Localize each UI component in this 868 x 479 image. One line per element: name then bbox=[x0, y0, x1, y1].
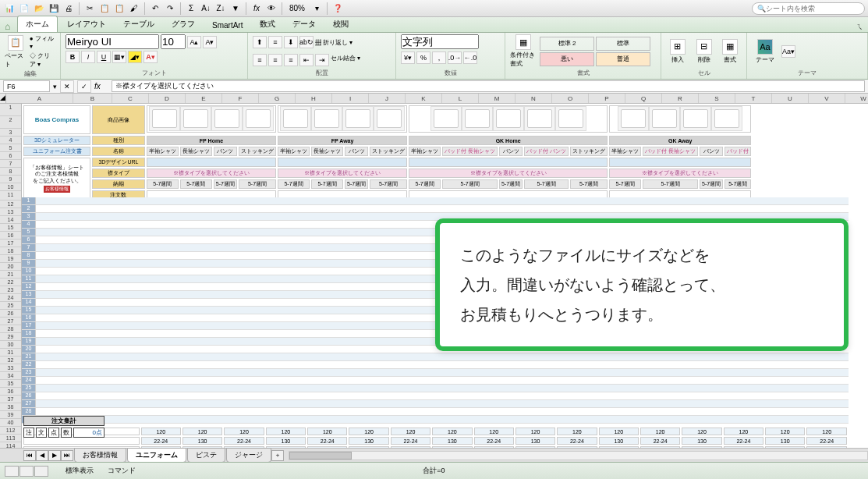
row-header[interactable]: 35 bbox=[0, 380, 21, 388]
row-header[interactable]: 36 bbox=[0, 388, 21, 396]
row-header[interactable]: 4 bbox=[0, 137, 21, 144]
select-all-corner[interactable]: ◢ bbox=[0, 94, 6, 103]
row-header[interactable]: 15 bbox=[0, 224, 21, 232]
shrink-font-button[interactable]: A▾ bbox=[203, 36, 217, 48]
view-layout-button[interactable] bbox=[19, 466, 34, 477]
border-button[interactable]: ▦▾ bbox=[112, 51, 126, 63]
cut-icon[interactable]: ✂ bbox=[83, 2, 96, 15]
row-header[interactable]: 22 bbox=[0, 279, 21, 286]
row-header[interactable]: 112 bbox=[0, 427, 21, 435]
font-name-select[interactable] bbox=[66, 34, 159, 49]
align-bot-button[interactable]: ⬇ bbox=[284, 36, 298, 48]
row-header[interactable]: 10 bbox=[0, 183, 21, 191]
paste-icon[interactable]: 📋 bbox=[113, 2, 126, 15]
style-neutral[interactable]: 普通 bbox=[596, 52, 650, 66]
row-header[interactable]: 14 bbox=[0, 216, 21, 224]
underline-button[interactable]: U bbox=[97, 51, 111, 63]
conditional-format-button[interactable]: ▦条件付き書式 bbox=[510, 34, 537, 68]
sheet-tab-customer[interactable]: お客様情報 bbox=[74, 448, 126, 463]
save-icon[interactable]: 💾 bbox=[48, 2, 60, 15]
italic-button[interactable]: I bbox=[81, 51, 95, 63]
new-icon[interactable]: 📄 bbox=[18, 2, 30, 15]
tab-review[interactable]: 校閲 bbox=[325, 16, 356, 32]
sheet-tab-jersey[interactable]: ジャージ bbox=[226, 448, 271, 463]
row-header[interactable]: 33 bbox=[0, 364, 21, 372]
help-icon[interactable]: ❓ bbox=[331, 2, 344, 15]
namebox-dropdown-icon[interactable]: ▾ bbox=[53, 83, 57, 90]
clear-button[interactable]: ◇ クリア ▾ bbox=[30, 51, 55, 69]
theme-button[interactable]: Aaテーマ bbox=[752, 39, 778, 64]
show-icon[interactable]: 👁 bbox=[265, 2, 278, 15]
col-header[interactable]: J bbox=[369, 94, 406, 103]
tab-data[interactable]: データ bbox=[285, 16, 324, 32]
h-scrollbar[interactable] bbox=[289, 451, 868, 460]
row-header[interactable]: 5 bbox=[0, 144, 21, 152]
dec-dec-button[interactable]: ←.0 bbox=[463, 51, 477, 64]
name-box[interactable] bbox=[3, 80, 50, 92]
comma-button[interactable]: , bbox=[432, 51, 446, 64]
col-header[interactable]: E bbox=[186, 94, 222, 103]
tab-nav-last[interactable]: ⏭ bbox=[61, 450, 73, 461]
tab-formula[interactable]: 数式 bbox=[252, 16, 283, 32]
row-header[interactable]: 23 bbox=[0, 286, 21, 294]
row-header[interactable]: 27 bbox=[0, 318, 21, 325]
fill-button[interactable]: ● フィル ▾ bbox=[30, 34, 55, 50]
col-header[interactable]: W bbox=[845, 94, 868, 103]
col-header[interactable]: R bbox=[662, 94, 699, 103]
formula-input[interactable] bbox=[112, 80, 865, 92]
col-header[interactable]: M bbox=[479, 94, 515, 103]
row-header[interactable]: 3 bbox=[0, 129, 21, 137]
row-header[interactable]: 39 bbox=[0, 411, 21, 419]
add-sheet-button[interactable]: ＋ bbox=[271, 450, 284, 461]
col-header[interactable]: V bbox=[809, 94, 845, 103]
row-header[interactable]: 12 bbox=[0, 200, 21, 208]
grow-font-button[interactable]: A▴ bbox=[187, 36, 201, 48]
zoom-dropdown-icon[interactable]: ▾ bbox=[310, 2, 323, 15]
style-normal[interactable]: 標準 bbox=[596, 37, 650, 51]
open-icon[interactable]: 📂 bbox=[33, 2, 45, 15]
percent-button[interactable]: % bbox=[416, 51, 430, 64]
align-right-button[interactable]: ≡ bbox=[284, 54, 298, 66]
collar-select-fp-home[interactable]: ※襟タイプを選択してください bbox=[147, 169, 276, 178]
fx-icon[interactable]: fx bbox=[94, 82, 108, 90]
row-header[interactable]: 26 bbox=[0, 310, 21, 318]
row-header[interactable]: 13 bbox=[0, 208, 21, 216]
collar-select-fp-away[interactable]: ※襟タイプを選択してください bbox=[278, 169, 407, 178]
format-painter-icon[interactable]: 🖌 bbox=[128, 2, 140, 15]
tab-table[interactable]: テーブル bbox=[115, 16, 162, 32]
orient-button[interactable]: ab↻ bbox=[299, 36, 314, 48]
col-header[interactable]: U bbox=[772, 94, 809, 103]
style-normal2[interactable]: 標準 2 bbox=[540, 37, 594, 51]
tab-home[interactable]: ホーム bbox=[17, 16, 58, 32]
theme-colors-button[interactable]: Aa▾ bbox=[781, 45, 795, 58]
tab-nav-first[interactable]: ⏮ bbox=[23, 450, 36, 461]
autosum-icon[interactable]: Σ bbox=[185, 2, 197, 15]
font-color-button[interactable]: A▾ bbox=[143, 51, 158, 63]
currency-button[interactable]: ¥▾ bbox=[401, 51, 415, 64]
row-header[interactable]: 24 bbox=[0, 294, 21, 302]
tab-layout[interactable]: レイアウト bbox=[59, 16, 114, 32]
col-header[interactable]: D bbox=[149, 94, 186, 103]
sheet-tab-uniform[interactable]: ユニフォーム bbox=[127, 448, 186, 463]
row-header[interactable]: 7 bbox=[0, 160, 21, 168]
zoom-value[interactable]: 80% bbox=[286, 4, 308, 12]
row-header[interactable]: 20 bbox=[0, 263, 21, 271]
row-header[interactable]: 1 bbox=[0, 104, 21, 116]
col-header[interactable]: L bbox=[442, 94, 479, 103]
col-header[interactable]: T bbox=[735, 94, 772, 103]
tab-chart[interactable]: グラフ bbox=[164, 16, 203, 32]
row-header[interactable]: 8 bbox=[0, 168, 21, 176]
row-header[interactable]: 2 bbox=[0, 116, 21, 129]
sheet-search[interactable]: 🔍 bbox=[752, 2, 865, 15]
sim-link[interactable]: 3Dシミュレーター bbox=[23, 136, 90, 145]
copy-icon[interactable]: 📋 bbox=[98, 2, 111, 15]
row-header[interactable]: 9 bbox=[0, 176, 21, 183]
order-link[interactable]: ユニフォーム注文書 bbox=[23, 147, 90, 156]
bold-button[interactable]: B bbox=[66, 51, 80, 63]
col-header[interactable]: Q bbox=[625, 94, 662, 103]
row-header[interactable]: 29 bbox=[0, 333, 21, 341]
col-header[interactable]: C bbox=[112, 94, 149, 103]
filter-icon[interactable]: ▼ bbox=[229, 2, 242, 15]
format-cells-button[interactable]: ▦書式 bbox=[718, 39, 742, 64]
row-header[interactable]: 16 bbox=[0, 232, 21, 240]
